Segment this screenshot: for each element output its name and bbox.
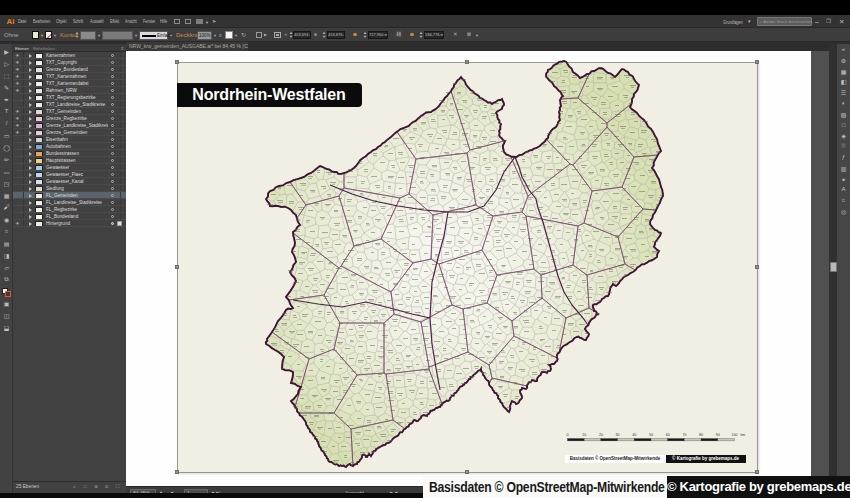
- svg-text:10: 10: [582, 433, 586, 437]
- svg-text:km: km: [741, 433, 746, 437]
- svg-text:20: 20: [599, 433, 603, 437]
- svg-text:100: 100: [732, 433, 738, 437]
- svg-text:30: 30: [616, 433, 620, 437]
- svg-text:70: 70: [682, 433, 686, 437]
- svg-text:0: 0: [567, 433, 569, 437]
- svg-text:50: 50: [649, 433, 653, 437]
- svg-text:90: 90: [716, 433, 720, 437]
- svg-text:40: 40: [632, 433, 636, 437]
- svg-text:60: 60: [666, 433, 670, 437]
- svg-text:80: 80: [699, 433, 703, 437]
